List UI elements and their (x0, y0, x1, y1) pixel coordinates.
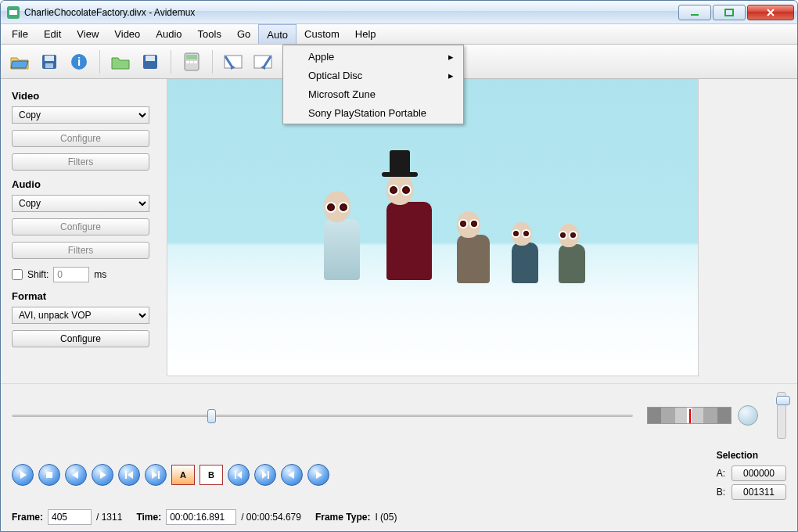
format-configure-button[interactable]: Configure (12, 330, 149, 347)
svg-rect-21 (46, 472, 52, 478)
chevron-right-icon: ▸ (448, 51, 454, 63)
prev-frame-button[interactable] (65, 464, 87, 486)
svg-marker-23 (100, 471, 106, 479)
menu-go[interactable]: Go (229, 24, 258, 44)
load-script-icon[interactable] (108, 49, 133, 74)
time-input[interactable]: 00:00:16.891 (166, 509, 236, 525)
audio-codec-select[interactable]: Copy (12, 195, 149, 212)
menu-tools[interactable]: Tools (190, 24, 229, 44)
prev-keyframe-button[interactable] (118, 464, 140, 486)
audio-shift-input[interactable]: 0 (53, 267, 89, 282)
timeline-slider[interactable] (12, 408, 633, 423)
menubar: File Edit View Video Audio Tools Go Auto… (1, 24, 797, 45)
chevron-right-icon: ▸ (448, 70, 454, 81)
frametype-label: Frame Type: (315, 512, 370, 523)
svg-marker-32 (288, 471, 294, 479)
svg-rect-2 (691, 14, 699, 16)
audio-configure-button[interactable]: Configure (12, 218, 149, 235)
auto-dropdown: Apple▸ Optical Disc▸ Microsoft Zune Sony… (282, 45, 464, 124)
save-icon[interactable] (37, 49, 62, 74)
svg-rect-28 (235, 471, 236, 479)
marker-b-toolbar-icon[interactable] (250, 49, 275, 74)
goto-start-button[interactable] (228, 464, 250, 486)
frame-label: Frame: (12, 512, 43, 523)
video-configure-button[interactable]: Configure (12, 130, 149, 147)
jog-wheel[interactable] (647, 407, 732, 424)
svg-rect-13 (186, 61, 189, 63)
marker-a-toolbar-icon[interactable] (221, 49, 246, 74)
set-marker-a-button[interactable]: A (171, 465, 195, 485)
shift-unit: ms (94, 269, 106, 280)
video-section-label: Video (12, 90, 157, 102)
auto-apple[interactable]: Apple▸ (285, 47, 462, 66)
prev-black-button[interactable] (281, 464, 303, 486)
app-icon (7, 6, 20, 19)
titlebar: CharlieChocolateFactory.divx - Avidemux (1, 1, 797, 24)
open-icon[interactable] (7, 49, 32, 74)
time-label: Time: (136, 512, 161, 523)
status-row: Frame:/ 1311 Time:00:00:16.891/ 00:00:54… (12, 509, 786, 525)
next-black-button[interactable] (307, 464, 329, 486)
menu-help[interactable]: Help (347, 24, 384, 44)
svg-rect-1 (9, 10, 17, 15)
shift-label: Shift: (27, 269, 49, 280)
selection-b-value[interactable]: 001311 (732, 484, 786, 500)
menu-audio[interactable]: Audio (148, 24, 189, 44)
format-section-label: Format (12, 290, 157, 302)
svg-rect-3 (725, 9, 733, 16)
info-icon[interactable]: i (66, 49, 92, 74)
audio-section-label: Audio (12, 178, 157, 190)
menu-view[interactable]: View (69, 24, 106, 44)
svg-marker-30 (262, 471, 267, 479)
video-filters-button[interactable]: Filters (12, 153, 149, 171)
save-script-icon[interactable] (138, 49, 163, 74)
video-codec-select[interactable]: Copy (12, 106, 149, 124)
close-button[interactable] (747, 5, 794, 20)
svg-rect-14 (190, 61, 193, 63)
svg-text:i: i (77, 55, 81, 68)
svg-marker-25 (128, 471, 133, 479)
play-button[interactable] (12, 464, 34, 486)
audio-filters-button[interactable]: Filters (12, 242, 149, 259)
svg-rect-5 (45, 56, 54, 61)
audio-shift-checkbox[interactable] (12, 269, 23, 280)
frame-total: / 1311 (96, 512, 122, 523)
auto-zune[interactable]: Microsoft Zune (285, 84, 462, 103)
svg-marker-20 (20, 471, 27, 479)
svg-rect-24 (125, 471, 127, 479)
frame-input[interactable] (48, 509, 92, 525)
svg-rect-31 (268, 471, 269, 479)
selection-a-value[interactable]: 000000 (732, 466, 786, 481)
calculator-icon[interactable] (179, 49, 204, 74)
svg-rect-10 (146, 56, 155, 61)
stop-button[interactable] (38, 464, 60, 486)
format-container-select[interactable]: AVI, unpack VOP (12, 307, 149, 324)
next-keyframe-button[interactable] (145, 464, 167, 486)
frametype-value: I (05) (375, 512, 397, 523)
time-total: / 00:00:54.679 (241, 512, 301, 523)
set-marker-b-button[interactable]: B (200, 465, 223, 485)
next-frame-button[interactable] (92, 464, 113, 486)
volume-slider[interactable] (777, 392, 786, 439)
minimize-button[interactable] (678, 5, 711, 20)
app-window: CharlieChocolateFactory.divx - Avidemux … (0, 0, 798, 532)
svg-rect-12 (186, 55, 197, 59)
menu-custom[interactable]: Custom (297, 24, 347, 44)
auto-psp[interactable]: Sony PlayStation Portable (285, 103, 462, 122)
scrub-knob[interactable] (738, 405, 758, 426)
timeline-thumb[interactable] (207, 409, 216, 423)
svg-rect-27 (158, 471, 160, 479)
svg-marker-22 (72, 471, 78, 479)
menu-auto[interactable]: Auto (258, 24, 297, 44)
menu-edit[interactable]: Edit (36, 24, 69, 44)
svg-rect-6 (45, 63, 53, 68)
bottom-panel: A B Selection A:000000 B:001311 Frame:/ … (1, 383, 797, 531)
auto-optical-disc[interactable]: Optical Disc▸ (285, 66, 462, 84)
goto-end-button[interactable] (254, 464, 276, 486)
svg-marker-33 (316, 471, 322, 479)
menu-video[interactable]: Video (106, 24, 148, 44)
maximize-button[interactable] (713, 5, 746, 20)
svg-rect-15 (194, 61, 197, 63)
menu-file[interactable]: File (4, 24, 36, 44)
sidebar: Video Copy Configure Filters Audio Copy … (1, 79, 167, 383)
